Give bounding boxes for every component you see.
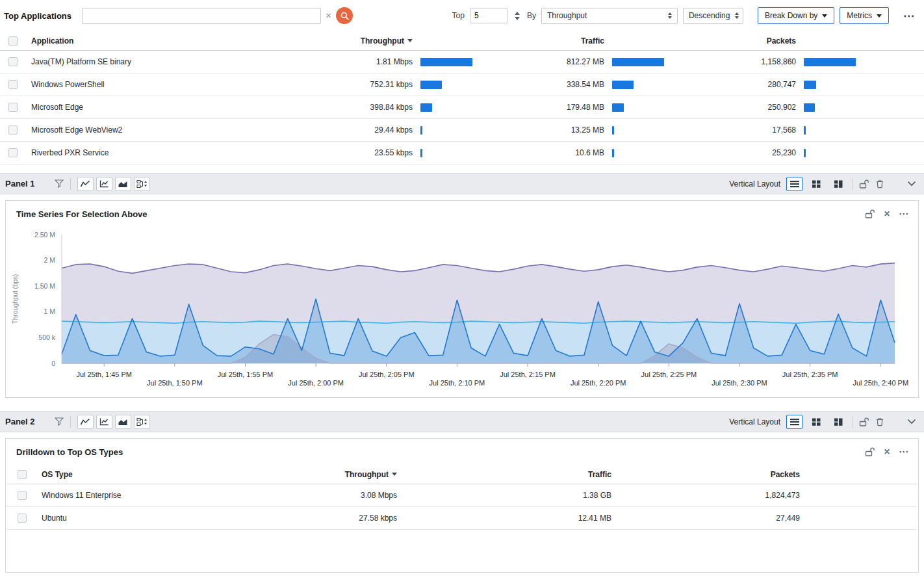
unlock-icon[interactable] <box>859 417 869 426</box>
throughput-bar-cell <box>413 103 543 112</box>
packets-bar-cell <box>796 126 924 135</box>
panel2-header: Panel 2 Vertical Layout <box>0 411 924 432</box>
checkbox-cell <box>7 470 36 479</box>
packets-value: 1,824,473 <box>735 491 800 500</box>
svg-text:500 k: 500 k <box>38 333 55 341</box>
os-table-body: Windows 11 Enterprise3.08 Mbps1.38 GB1,8… <box>7 484 917 530</box>
break-down-by-button[interactable]: Break Down by <box>758 7 834 24</box>
delete-panel-icon[interactable] <box>875 179 884 189</box>
application-row[interactable]: Microsoft Edge398.84 kbps179.48 MB250,90… <box>0 96 924 119</box>
row-checkbox[interactable] <box>8 125 18 135</box>
throughput-value: 1.81 Mbps <box>351 57 413 66</box>
area-chart-type-button[interactable] <box>115 177 131 191</box>
row-checkbox[interactable] <box>8 103 18 112</box>
unlock-icon[interactable] <box>859 179 869 189</box>
topology-chart-type-button[interactable] <box>134 177 150 191</box>
axis-chart-type-button[interactable] <box>96 177 112 191</box>
split-layout-icon <box>834 418 843 426</box>
packets-bar <box>804 126 806 135</box>
application-row[interactable]: Java(TM) Platform SE binary1.81 Mbps812.… <box>0 51 924 73</box>
traffic-bar <box>612 103 624 112</box>
column-header-application[interactable]: Application <box>26 36 351 46</box>
filter-icon[interactable] <box>55 179 64 188</box>
filter-icon[interactable] <box>55 417 64 426</box>
application-row[interactable]: Riverbed PXR Service23.55 kbps10.6 MB25,… <box>0 142 924 164</box>
layout-rows-button[interactable] <box>786 177 802 191</box>
svg-text:1 M: 1 M <box>44 307 55 315</box>
close-icon[interactable]: ✕ <box>884 447 890 456</box>
close-icon[interactable]: ✕ <box>884 209 890 218</box>
os-type-row[interactable]: Ubuntu27.58 kbps12.41 MB27,449 <box>7 507 917 530</box>
select-all-checkbox[interactable] <box>18 470 27 479</box>
metrics-button[interactable]: Metrics <box>840 7 889 24</box>
traffic-value: 12.41 MB <box>550 514 611 523</box>
more-options-icon[interactable]: ⋯ <box>903 9 915 23</box>
area-chart-type-button[interactable] <box>115 415 131 429</box>
row-checkbox[interactable] <box>8 148 18 157</box>
line-chart-type-button[interactable] <box>77 177 94 191</box>
collapse-panel-icon[interactable] <box>907 419 916 424</box>
traffic-value: 10.6 MB <box>543 148 604 157</box>
layout-grid-button[interactable] <box>808 177 825 191</box>
column-header-packets[interactable]: Packets <box>734 36 796 46</box>
layout-split-button[interactable] <box>830 177 847 191</box>
break-down-by-label: Break Down by <box>765 11 817 20</box>
column-header-throughput[interactable]: Throughput <box>335 470 397 479</box>
delete-panel-icon[interactable] <box>875 417 884 426</box>
packets-bar <box>804 81 816 89</box>
checkbox-cell <box>0 103 26 112</box>
top-count-stepper[interactable] <box>513 12 522 20</box>
os-table-header: OS Type Throughput Traffic Packets <box>7 465 917 484</box>
application-row[interactable]: Windows PowerShell752.31 kbps338.54 MB28… <box>0 73 924 96</box>
line-chart-type-button[interactable] <box>77 415 94 429</box>
throughput-bar <box>420 103 432 112</box>
topology-chart-type-button[interactable] <box>134 415 150 429</box>
row-checkbox[interactable] <box>8 80 18 89</box>
search-input[interactable] <box>82 8 321 24</box>
os-type-row[interactable]: Windows 11 Enterprise3.08 Mbps1.38 GB1,8… <box>7 484 917 507</box>
os-types-card: Drilldown to Top OS Types ✕ ⋯ OS Type Th… <box>5 438 919 573</box>
column-header-os-type[interactable]: OS Type <box>36 470 335 479</box>
os-table: OS Type Throughput Traffic Packets Windo… <box>6 465 918 530</box>
top-count-label: Top <box>452 11 465 20</box>
row-checkbox[interactable] <box>18 514 27 523</box>
top-count-input[interactable] <box>470 8 507 23</box>
search-button[interactable] <box>336 7 353 24</box>
card-more-icon[interactable]: ⋯ <box>899 446 909 458</box>
clear-search-icon[interactable]: ✕ <box>326 12 331 20</box>
by-label: By <box>527 11 536 20</box>
packets-value: 27,449 <box>735 514 800 523</box>
select-all-checkbox[interactable] <box>8 36 18 46</box>
panel-title: Panel 2 <box>5 417 35 426</box>
application-row[interactable]: Microsoft Edge WebView229.44 kbps13.25 M… <box>0 119 924 142</box>
timeseries-chart-svg: 0500 k1 M1.50 M2 M2.50 MThroughput (bps)… <box>7 227 917 397</box>
rows-layout-icon <box>790 418 799 426</box>
sort-order-select[interactable]: Descending <box>683 8 743 24</box>
column-header-traffic[interactable]: Traffic <box>543 36 604 46</box>
card-more-icon[interactable]: ⋯ <box>899 208 909 220</box>
divider <box>70 178 71 190</box>
unlock-icon[interactable] <box>865 447 875 456</box>
application-name: Riverbed PXR Service <box>26 148 351 157</box>
layout-split-button[interactable] <box>830 415 847 429</box>
packets-bar <box>804 58 856 66</box>
packets-bar-cell <box>796 149 924 157</box>
column-header-traffic[interactable]: Traffic <box>550 470 611 479</box>
collapse-panel-icon[interactable] <box>907 181 916 187</box>
sort-metric-select[interactable]: Throughput <box>541 8 678 24</box>
stepper-up-icon[interactable] <box>515 12 520 15</box>
column-header-packets[interactable]: Packets <box>735 470 800 479</box>
split-layout-icon <box>834 180 843 188</box>
layout-grid-button[interactable] <box>808 415 825 429</box>
axis-chart-type-button[interactable] <box>96 415 112 429</box>
card-title: Drilldown to Top OS Types <box>16 447 123 457</box>
layout-rows-button[interactable] <box>786 415 802 429</box>
throughput-bar <box>420 126 422 135</box>
row-checkbox[interactable] <box>8 57 18 66</box>
column-header-throughput[interactable]: Throughput <box>351 36 413 46</box>
checkbox-cell <box>7 491 36 500</box>
unlock-icon[interactable] <box>865 209 875 218</box>
stepper-down-icon[interactable] <box>515 17 520 20</box>
row-checkbox[interactable] <box>18 491 27 500</box>
card-title: Time Series For Selection Above <box>16 209 148 219</box>
